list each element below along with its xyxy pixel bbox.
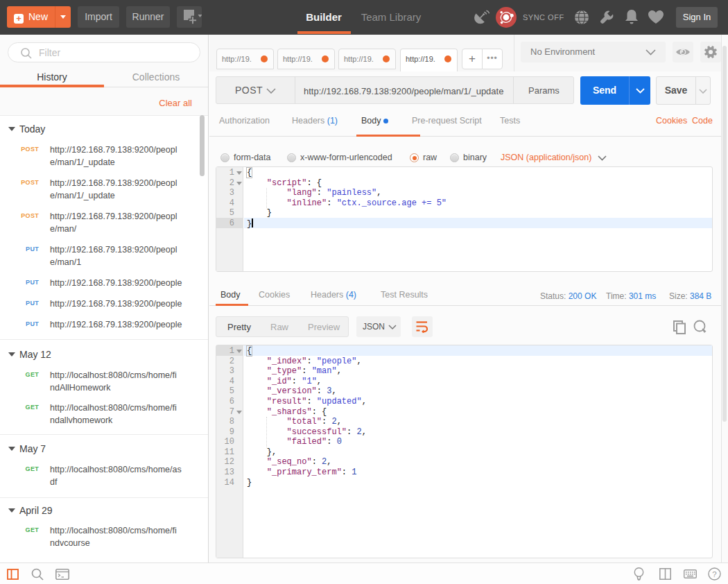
svg-text:?: ? xyxy=(712,570,716,578)
